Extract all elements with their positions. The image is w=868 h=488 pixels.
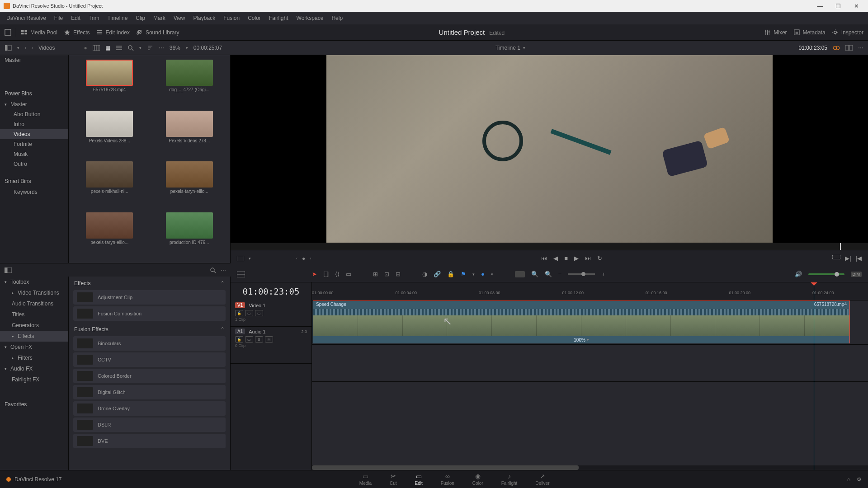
bin-fortnite[interactable]: Fortnite	[0, 139, 68, 149]
effect-item[interactable]: DSLR	[73, 418, 226, 432]
menu-color[interactable]: Color	[244, 13, 264, 23]
audio-track-header[interactable]: A1 Audio 1 2.0 🔒 ▭ S M 0 Clip	[231, 327, 311, 364]
menu-help[interactable]: Help	[328, 13, 346, 23]
page-tab-color[interactable]: ◉Color	[472, 473, 483, 486]
audio-transitions[interactable]: Audio Transitions	[0, 298, 68, 309]
search-icon[interactable]	[127, 45, 134, 51]
video-transitions[interactable]: ▸Video Transitions	[0, 287, 68, 298]
loop-button[interactable]: ↻	[597, 255, 602, 262]
media-pool-toggle[interactable]: Media Pool	[21, 29, 57, 36]
stop-button[interactable]: ■	[564, 255, 568, 262]
media-item[interactable]: pexels-mikhail-ni...	[73, 161, 146, 208]
video-clip[interactable]: Speed Change 657518728.mp4 100% ▾	[313, 300, 850, 343]
blade-tool[interactable]: ▭	[346, 271, 351, 277]
bin-musik[interactable]: Musik	[0, 149, 68, 159]
video-track-header[interactable]: V1 Video 1 🔒 ▭ ▭ 1 Clip	[231, 300, 311, 327]
a1-auto-select-button[interactable]: ▭	[245, 336, 253, 343]
media-item[interactable]: Pexels Videos 288...	[73, 111, 146, 157]
flag-icon[interactable]: ⚑	[461, 271, 466, 277]
menu-clip[interactable]: Clip	[132, 13, 149, 23]
effects-toggle[interactable]: Effects	[64, 29, 90, 36]
next-edit-button[interactable]: ▶|	[845, 255, 851, 262]
media-thumbnail[interactable]	[166, 161, 213, 188]
fullscreen-toggle[interactable]	[5, 29, 11, 36]
effects-options-icon[interactable]: ⋯	[221, 267, 226, 273]
panel-toggle-icon[interactable]	[5, 45, 12, 51]
home-icon[interactable]: ⌂	[847, 476, 850, 483]
metadata-toggle[interactable]: Metadata	[793, 29, 826, 36]
media-item[interactable]: production ID 476...	[153, 212, 226, 259]
clip-retime-strip[interactable]	[313, 309, 849, 315]
match-frame-icon[interactable]	[237, 256, 244, 261]
nav-clip-prev-icon[interactable]: ‹	[296, 256, 297, 261]
menu-workspace[interactable]: Workspace	[293, 13, 327, 23]
panel-layout-icon[interactable]	[5, 267, 12, 273]
menu-trim[interactable]: Trim	[85, 13, 103, 23]
v1-enable-button[interactable]: ▭	[255, 310, 263, 316]
media-item[interactable]: dog_-_4727 (Origi...	[153, 60, 226, 106]
page-tab-media[interactable]: ▭Media	[359, 473, 372, 486]
bin-master[interactable]: Master	[0, 55, 68, 65]
media-item[interactable]: pexels-taryn-ellio...	[153, 161, 226, 208]
bin-keywords[interactable]: Keywords	[0, 187, 68, 197]
menu-edit[interactable]: Edit	[67, 13, 84, 23]
effect-item[interactable]: Fusion Composition	[73, 306, 226, 321]
viewer-options-icon[interactable]: ⋯	[858, 45, 863, 51]
media-item[interactable]: 657518728.mp4	[73, 60, 146, 106]
audio-fx-category[interactable]: ▾Audio FX	[0, 363, 68, 374]
edit-index-toggle[interactable]: Edit Index	[96, 29, 130, 36]
jump-start-button[interactable]: ⏮	[541, 255, 547, 262]
effects-search-icon[interactable]	[210, 267, 216, 273]
mixer-toggle[interactable]: Mixer	[764, 29, 787, 36]
media-thumbnail[interactable]	[86, 161, 133, 188]
bin-pb-master[interactable]: ▾Master	[0, 99, 68, 109]
link-icon[interactable]: 🔗	[434, 271, 441, 277]
timeline-name[interactable]: Timeline 1	[495, 45, 520, 51]
zoom-in-button[interactable]: +	[601, 271, 605, 277]
search-dropdown-icon[interactable]: ▾	[139, 46, 142, 50]
playhead[interactable]	[814, 282, 814, 470]
viewer-canvas[interactable]	[231, 55, 868, 243]
timeline-dropdown-icon[interactable]: ▾	[523, 46, 525, 50]
lock-icon[interactable]: 🔒	[447, 271, 454, 277]
a1-solo-button[interactable]: S	[255, 336, 263, 343]
toolbox-category[interactable]: ▾Toolbox	[0, 277, 68, 287]
flag-dropdown-icon[interactable]: ▾	[472, 272, 475, 277]
dim-button[interactable]: DIM	[851, 272, 862, 277]
timeline-tracks[interactable]: 01:00:00:0001:00:04:0001:00:08:0001:00:1…	[312, 282, 868, 470]
page-tab-fusion[interactable]: ∞Fusion	[441, 473, 454, 486]
step-back-button[interactable]: ◀	[553, 255, 558, 262]
effect-item[interactable]: Digital Glitch	[73, 385, 226, 399]
media-item[interactable]: pexels-taryn-ellio...	[73, 212, 146, 259]
menu-view[interactable]: View	[170, 13, 189, 23]
audio-track[interactable]	[312, 345, 868, 382]
effect-item[interactable]: Adjustment Clip	[73, 290, 226, 305]
page-tab-deliver[interactable]: ↗Deliver	[535, 473, 549, 486]
insert-clip-icon[interactable]: ⊞	[373, 271, 378, 277]
v1-auto-select-button[interactable]: ▭	[245, 310, 253, 316]
a1-lock-button[interactable]: 🔒	[235, 336, 243, 343]
dual-viewer-icon[interactable]	[845, 45, 853, 51]
bin-videos[interactable]: Videos	[0, 129, 68, 139]
volume-icon[interactable]: 🔊	[795, 271, 802, 277]
effect-item[interactable]: CCTV	[73, 352, 226, 367]
timeline-ruler[interactable]: 01:00:00:0001:00:04:0001:00:08:0001:00:1…	[312, 282, 868, 300]
titles[interactable]: Titles	[0, 309, 68, 320]
retime-icon[interactable]: ◑	[422, 271, 427, 277]
effects-category[interactable]: ▸Effects	[0, 331, 68, 342]
effect-item[interactable]: Binoculars	[73, 336, 226, 351]
generators[interactable]: Generators	[0, 320, 68, 331]
bin-abo-button[interactable]: Abo Button	[0, 109, 68, 119]
zoom-dropdown-icon[interactable]: ▾	[186, 46, 188, 50]
bin-intro[interactable]: Intro	[0, 119, 68, 129]
filters[interactable]: ▸Filters	[0, 352, 68, 363]
view-grid-icon[interactable]: ▦	[105, 45, 110, 51]
in-out-range-icon[interactable]	[832, 255, 840, 262]
prev-edit-button[interactable]: |◀	[856, 255, 862, 262]
marker-icon[interactable]: ●	[481, 271, 485, 277]
zoom-level[interactable]: 36%	[170, 45, 180, 51]
timeline-scrollbar[interactable]	[312, 465, 579, 470]
trim-tool[interactable]: ⟦⟧	[323, 271, 329, 277]
a1-mute-button[interactable]: M	[265, 336, 273, 343]
viewer-mode-dropdown[interactable]: ▾	[249, 256, 251, 261]
